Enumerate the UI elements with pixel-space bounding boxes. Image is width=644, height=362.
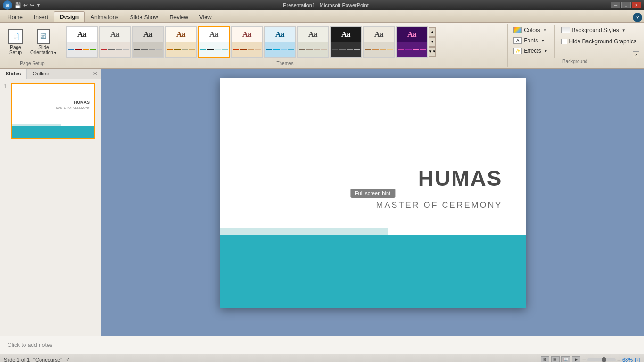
quick-undo-icon[interactable]: ↩ [23,2,28,8]
tab-outline[interactable]: Outline [27,69,55,79]
fit-window-button[interactable]: ⊡ [635,356,640,362]
bg-styles-icon [561,27,570,33]
background-expand-button[interactable]: ↗ [633,51,639,58]
page-setup-icon: 📄 [8,29,23,44]
themes-scroll-down[interactable]: ▼ [429,37,436,47]
zoom-thumb[interactable] [602,357,606,362]
panel-close-button[interactable]: ✕ [89,69,101,79]
theme-civic[interactable]: Aa [165,26,197,58]
tab-design[interactable]: Design [54,11,85,22]
effects-label: Effects [524,48,541,54]
fonts-dropdown-icon[interactable]: ▼ [541,39,545,43]
language-indicator: ✓ [66,356,70,362]
slide-sorter-button[interactable]: ⊟ [551,356,560,362]
theme-concourse[interactable]: Aa [198,26,230,58]
minimize-button[interactable]: ─ [611,2,620,8]
page-setup-group-label: Page Setup [20,60,44,67]
help-button[interactable]: ? [633,13,642,22]
ribbon: 📄 PageSetup 🔄 SlideOrientation▼ Page Set… [0,23,644,69]
bg-styles-group: Background Styles ▼ Hide Background Grap… [559,25,639,58]
zoom-out-button[interactable]: − [582,356,586,362]
colors-dropdown-icon[interactable]: ▼ [543,28,547,33]
slide-1-number: 1 [4,83,9,89]
zoom-in-button[interactable]: + [617,356,621,362]
close-button[interactable]: ✕ [632,2,641,8]
theme-module[interactable]: Aa [363,26,395,58]
effects-dropdown-icon[interactable]: ▼ [544,49,548,53]
bg-styles-label: Background Styles [572,27,619,33]
bg-styles-button[interactable]: Background Styles ▼ [559,25,639,35]
zoom-control: − + 68% [582,356,633,362]
thumb-bottom-area [12,123,94,138]
maximize-button[interactable]: □ [621,2,631,8]
themes-group-label: Themes [66,60,504,67]
slideshow-button[interactable]: ▶ [572,356,580,362]
tab-animations[interactable]: Animations [85,12,124,22]
start-orb[interactable]: ⊞ [3,0,12,10]
quick-redo-icon[interactable]: ↪ [30,2,34,8]
slide-subtitle: MASTER OF CEREMONY [376,200,502,210]
panel-tabs: Slides Outline ✕ [0,69,101,79]
slide-bottom-area [220,228,526,308]
slides-list: 1 HUMAS MASTER OF CEREMONY [0,79,101,336]
theme-name: "Concourse" [33,357,62,362]
ribbon-right-top: Colors ▼ A Fonts ▼ ✨ Effects ▼ Bac [511,25,639,58]
themes-more[interactable]: ▼▼ [429,47,436,57]
colors-button[interactable]: Colors ▼ [511,25,550,35]
title-bar: ⊞ 💾 ↩ ↪ ▼ Presentation1 - Microsoft Powe… [0,0,644,10]
hide-bg-graphics-item[interactable]: Hide Background Graphics [559,37,639,46]
normal-view-button[interactable]: ⊞ [541,356,549,362]
theme-opulent[interactable]: Aa [396,26,428,58]
fonts-icon: A [513,37,522,44]
zoom-level[interactable]: 68% [622,357,633,362]
page-setup-label: PageSetup [9,45,22,55]
page-setup-button[interactable]: 📄 PageSetup [5,27,26,57]
quick-save-icon[interactable]: 💾 [14,2,21,8]
cfe-group: Colors ▼ A Fonts ▼ ✨ Effects ▼ [511,25,554,58]
notes-placeholder[interactable]: Click to add notes [8,342,52,348]
theme-aspect[interactable]: Aa [132,26,164,58]
app-body: Slides Outline ✕ 1 HUMAS MASTER OF CEREM… [0,69,644,336]
themes-list: Aa Aa Aa [66,24,504,60]
slide-orientation-button[interactable]: 🔄 SlideOrientation▼ [27,27,60,57]
tab-home[interactable]: Home [2,12,28,22]
slide-1-thumbnail[interactable]: HUMAS MASTER OF CEREMONY [11,83,95,139]
theme-apex[interactable]: Aa [99,26,131,58]
thumb-subtitle: MASTER OF CEREMONY [56,107,90,109]
theme-flow[interactable]: Aa [264,26,296,58]
window-controls: ─ □ ✕ [611,2,641,8]
theme-equity[interactable]: Aa [231,26,263,58]
theme-foundry[interactable]: Aa [297,26,329,58]
themes-scroll: ▲ ▼ ▼▼ [429,27,436,57]
fonts-button[interactable]: A Fonts ▼ [511,36,550,45]
slide-1-wrapper: 1 HUMAS MASTER OF CEREMONY [4,83,97,139]
reading-view-button[interactable]: 📖 [561,356,570,362]
slide-teal-bg [220,235,526,308]
theme-office[interactable]: Aa [66,26,98,58]
tab-slideshow[interactable]: Slide Show [124,12,164,22]
hide-bg-checkbox[interactable] [561,39,567,44]
page-setup-buttons: 📄 PageSetup 🔄 SlideOrientation▼ [5,24,60,60]
notes-area[interactable]: Click to add notes [0,336,644,354]
themes-scroll-up[interactable]: ▲ [429,27,436,37]
themes-group: Aa Aa Aa [63,24,507,67]
effects-button[interactable]: ✨ Effects ▼ [511,46,550,56]
page-setup-group: 📄 PageSetup 🔄 SlideOrientation▼ Page Set… [2,24,63,67]
colors-icon [513,27,522,33]
slide-1-content: HUMAS MASTER OF CEREMONY [12,84,94,138]
tab-view[interactable]: View [194,12,217,22]
quick-access-toolbar: ⊞ 💾 ↩ ↪ ▼ [3,0,41,10]
tab-insert[interactable]: Insert [28,12,54,22]
dropdown-icon[interactable]: ▼ [36,3,41,8]
bg-styles-dropdown-icon[interactable]: ▼ [622,28,626,33]
status-right: ⊞ ⊟ 📖 ▶ − + 68% ⊡ [541,356,640,362]
theme-metro[interactable]: Aa [330,26,362,58]
tab-slides[interactable]: Slides [0,69,27,79]
slide-canvas[interactable]: HUMAS MASTER OF CEREMONY Full-screen hin… [220,78,526,308]
main-area[interactable]: HUMAS MASTER OF CEREMONY Full-screen hin… [101,69,644,336]
colors-label: Colors [524,27,540,33]
window-title: Presentation1 - Microsoft PowerPoint [41,2,611,8]
slide-title: HUMAS [418,165,503,191]
zoom-slider[interactable] [587,358,616,361]
tab-review[interactable]: Review [164,12,193,22]
